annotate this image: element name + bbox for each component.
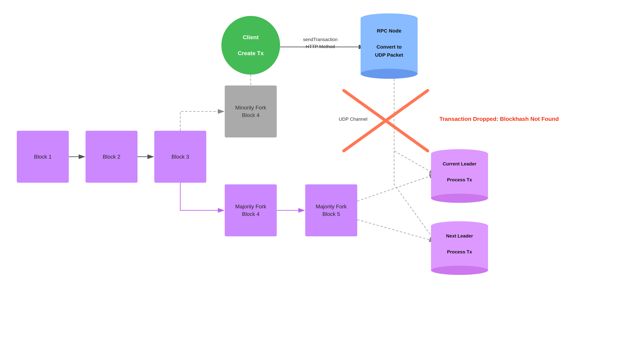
current-leader-label: Current LeaderProcess Tx xyxy=(443,161,476,182)
minority-fork-block4: Minority ForkBlock 4 xyxy=(225,85,277,137)
block2: Block 2 xyxy=(86,131,138,183)
block3: Block 3 xyxy=(154,131,206,183)
block1: Block 1 xyxy=(17,131,69,183)
send-transaction-label: sendTransactionHTTP Method xyxy=(288,36,352,50)
diagram: Block 1 Block 2 Block 3 Minority ForkBlo… xyxy=(0,0,644,352)
error-transaction-dropped-label: Transaction Dropped: Blockhash Not Found xyxy=(440,116,559,122)
next-leader-cylinder: Next LeaderProcess Tx xyxy=(431,221,488,275)
rpc-node-cylinder: RPC NodeConvert toUDP Packet xyxy=(360,13,418,79)
rpc-node-label: RPC NodeConvert toUDP Packet xyxy=(375,28,403,58)
current-leader-cylinder: Current LeaderProcess Tx xyxy=(431,149,488,203)
majority-fork-block5: Majority ForkBlock 5 xyxy=(305,184,357,236)
next-leader-label: Next LeaderProcess Tx xyxy=(446,233,473,255)
majority-fork-block4: Majority ForkBlock 4 xyxy=(225,184,277,236)
udp-channel-label: UDP Channel xyxy=(339,116,368,123)
client-circle: ClientCreate Tx xyxy=(221,16,280,75)
